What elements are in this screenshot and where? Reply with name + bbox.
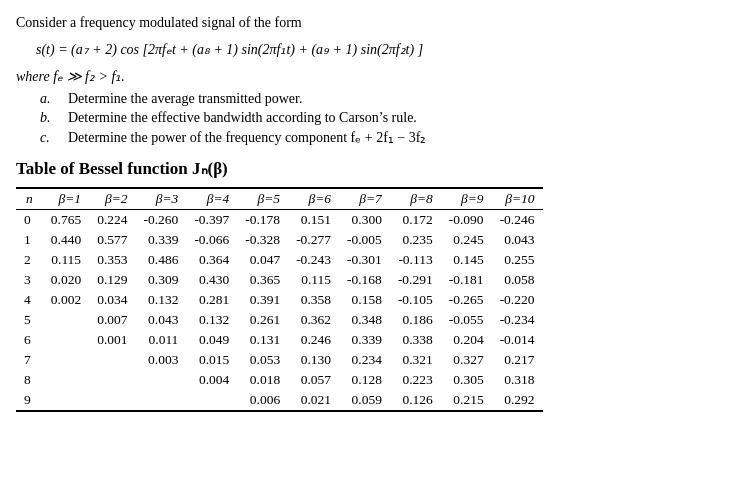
cell-r5-c10: -0.234 [492,310,543,330]
cell-r0-c9: -0.090 [441,210,492,231]
part-text: Determine the power of the frequency com… [68,129,739,146]
cell-r1-c7: -0.005 [339,230,390,250]
cell-r5-c4: 0.132 [186,310,237,330]
cell-r6-c6: 0.246 [288,330,339,350]
cell-r1-c6: -0.277 [288,230,339,250]
cell-r7-c6: 0.130 [288,350,339,370]
table-section: Table of Bessel function Jₙ(β) nβ=1β=2β=… [16,158,739,412]
cell-r6-c2: 0.001 [89,330,135,350]
cell-r1-c9: 0.245 [441,230,492,250]
table-title-text: Table of Bessel function Jₙ(β) [16,159,228,178]
cell-r5-c7: 0.348 [339,310,390,330]
equation-text: s(t) = (a₇ + 2) cos [2πfₑt + (a₈ + 1) si… [36,42,423,57]
cell-r3-c2: 0.129 [89,270,135,290]
cell-r8-c1 [43,370,89,390]
cell-r7-c9: 0.327 [441,350,492,370]
col-header-beta5: β=5 [237,188,288,210]
cell-r3-c1: 0.020 [43,270,89,290]
cell-r3-c6: 0.115 [288,270,339,290]
cell-r9-c2 [89,390,135,411]
cell-r8-c6: 0.057 [288,370,339,390]
cell-r5-c9: -0.055 [441,310,492,330]
cell-r8-c9: 0.305 [441,370,492,390]
cell-r0-c10: -0.246 [492,210,543,231]
cell-r6-c1 [43,330,89,350]
table-row: 80.0040.0180.0570.1280.2230.3050.318 [16,370,543,390]
cell-r4-c1: 0.002 [43,290,89,310]
cell-r0-c1: 0.765 [43,210,89,231]
part-text: Determine the average transmitted power. [68,91,739,107]
cell-r7-c1 [43,350,89,370]
cell-r3-c0: 3 [16,270,43,290]
cell-r4-c6: 0.358 [288,290,339,310]
table-row: 60.0010.0110.0490.1310.2460.3390.3380.20… [16,330,543,350]
cell-r9-c8: 0.126 [390,390,441,411]
cell-r5-c2: 0.007 [89,310,135,330]
cell-r8-c10: 0.318 [492,370,543,390]
cell-r4-c10: -0.220 [492,290,543,310]
cell-r8-c2 [89,370,135,390]
cell-r9-c9: 0.215 [441,390,492,411]
cell-r6-c8: 0.338 [390,330,441,350]
part-label: a. [40,91,68,107]
cell-r6-c5: 0.131 [237,330,288,350]
cell-r2-c9: 0.145 [441,250,492,270]
cell-r7-c7: 0.234 [339,350,390,370]
cell-r6-c9: 0.204 [441,330,492,350]
table-row: 50.0070.0430.1320.2610.3620.3480.186-0.0… [16,310,543,330]
cell-r0-c2: 0.224 [89,210,135,231]
col-header-beta10: β=10 [492,188,543,210]
cell-r0-c6: 0.151 [288,210,339,231]
cell-r8-c8: 0.223 [390,370,441,390]
cell-r0-c5: -0.178 [237,210,288,231]
cell-r2-c6: -0.243 [288,250,339,270]
col-header-beta6: β=6 [288,188,339,210]
cell-r8-c5: 0.018 [237,370,288,390]
cell-r9-c4 [186,390,237,411]
cell-r5-c3: 0.043 [136,310,187,330]
col-header-beta1: β=1 [43,188,89,210]
cell-r2-c5: 0.047 [237,250,288,270]
cell-r1-c3: 0.339 [136,230,187,250]
cell-r4-c3: 0.132 [136,290,187,310]
col-header-beta3: β=3 [136,188,187,210]
table-row: 00.7650.224-0.260-0.397-0.1780.1510.3000… [16,210,543,231]
cell-r3-c3: 0.309 [136,270,187,290]
cell-r1-c2: 0.577 [89,230,135,250]
part-row: b.Determine the effective bandwidth acco… [40,110,739,126]
cell-r4-c7: 0.158 [339,290,390,310]
table-header: nβ=1β=2β=3β=4β=5β=6β=7β=8β=9β=10 [16,188,543,210]
col-header-beta4: β=4 [186,188,237,210]
cell-r5-c0: 5 [16,310,43,330]
cell-r6-c3: 0.011 [136,330,187,350]
cell-r2-c3: 0.486 [136,250,187,270]
cell-r1-c8: 0.235 [390,230,441,250]
cell-r2-c2: 0.353 [89,250,135,270]
cell-r3-c5: 0.365 [237,270,288,290]
problem-intro: Consider a frequency modulated signal of… [16,12,739,33]
cell-r5-c8: 0.186 [390,310,441,330]
bessel-table: nβ=1β=2β=3β=4β=5β=6β=7β=8β=9β=10 00.7650… [16,187,543,412]
table-row: 10.4400.5770.339-0.066-0.328-0.277-0.005… [16,230,543,250]
where-line: where fₑ ≫ f₂ > f₁. [16,66,739,87]
table-row: 20.1150.3530.4860.3640.047-0.243-0.301-0… [16,250,543,270]
signal-equation: s(t) = (a₇ + 2) cos [2πfₑt + (a₈ + 1) si… [36,39,739,60]
part-label: b. [40,110,68,126]
part-row: a.Determine the average transmitted powe… [40,91,739,107]
cell-r4-c2: 0.034 [89,290,135,310]
cell-r4-c9: -0.265 [441,290,492,310]
cell-r3-c4: 0.430 [186,270,237,290]
table-body: 00.7650.224-0.260-0.397-0.1780.1510.3000… [16,210,543,412]
part-label: c. [40,130,68,146]
cell-r3-c9: -0.181 [441,270,492,290]
cell-r8-c7: 0.128 [339,370,390,390]
cell-r0-c4: -0.397 [186,210,237,231]
cell-r7-c4: 0.015 [186,350,237,370]
cell-r2-c1: 0.115 [43,250,89,270]
col-header-beta2: β=2 [89,188,135,210]
cell-r1-c5: -0.328 [237,230,288,250]
cell-r1-c1: 0.440 [43,230,89,250]
cell-r8-c0: 8 [16,370,43,390]
col-header-beta9: β=9 [441,188,492,210]
table-row: 70.0030.0150.0530.1300.2340.3210.3270.21… [16,350,543,370]
